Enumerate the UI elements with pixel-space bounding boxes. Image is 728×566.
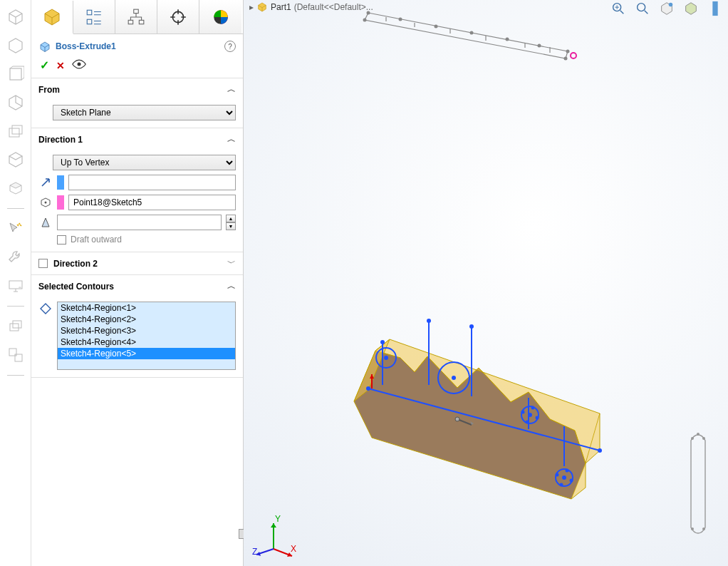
feature-header: Boss-Extrude1 ? bbox=[31, 34, 243, 56]
model-canvas bbox=[244, 0, 728, 566]
svg-point-29 bbox=[506, 38, 509, 41]
wrench-icon[interactable] bbox=[4, 246, 27, 269]
svg-point-27 bbox=[435, 25, 438, 29]
reverse-direction-icon[interactable] bbox=[38, 175, 53, 190]
left-command-bar bbox=[0, 0, 31, 566]
svg-point-36 bbox=[366, 386, 370, 391]
svg-point-30 bbox=[538, 44, 541, 48]
panel-tabs bbox=[31, 0, 243, 34]
target-icon bbox=[169, 8, 187, 26]
tab-appearance[interactable] bbox=[199, 0, 241, 34]
svg-point-52 bbox=[566, 469, 569, 473]
tab-tree[interactable] bbox=[73, 0, 115, 34]
contour-item[interactable]: Sketch4-Region<1> bbox=[58, 302, 235, 314]
selected-contours-header[interactable]: Selected Contours ︿ bbox=[31, 275, 243, 297]
property-panel: Boss-Extrude1 ? ✓ ✕ From ︿ Sketch Plane … bbox=[31, 0, 244, 566]
direction2-checkbox[interactable] bbox=[38, 259, 48, 268]
vertex-target-icon[interactable] bbox=[38, 195, 53, 210]
tab-feature[interactable] bbox=[31, 1, 73, 34]
svg-point-31 bbox=[571, 53, 576, 58]
preview-button[interactable] bbox=[72, 59, 86, 71]
tab-target[interactable] bbox=[157, 0, 199, 34]
chevron-down-icon: ﹀ bbox=[227, 257, 236, 269]
tab-hierarchy[interactable] bbox=[115, 0, 157, 34]
separator bbox=[7, 306, 24, 307]
svg-point-48 bbox=[531, 406, 535, 410]
svg-point-42 bbox=[452, 376, 456, 380]
windows-stack-icon[interactable] bbox=[4, 315, 27, 338]
svg-point-46 bbox=[536, 416, 539, 420]
draft-angle-field[interactable] bbox=[57, 215, 222, 230]
direction-swatch bbox=[57, 175, 64, 190]
svg-rect-10 bbox=[87, 19, 92, 24]
draft-outward-checkbox[interactable] bbox=[57, 235, 66, 245]
contour-diamond-icon[interactable] bbox=[38, 302, 53, 316]
cube-variant4-icon[interactable] bbox=[4, 120, 27, 143]
contour-list[interactable]: Sketch4-Region<1>Sketch4-Region<2>Sketch… bbox=[57, 302, 236, 370]
contour-item[interactable]: Sketch4-Region<5> bbox=[58, 348, 235, 359]
draft-spinner[interactable]: ▲▼ bbox=[226, 215, 236, 230]
svg-point-17 bbox=[45, 202, 47, 204]
cube-variant1-icon[interactable] bbox=[4, 34, 27, 57]
svg-point-24 bbox=[564, 57, 568, 61]
svg-rect-9 bbox=[87, 10, 92, 15]
cancel-button[interactable]: ✕ bbox=[56, 60, 65, 71]
direction2-label: Direction 2 bbox=[53, 259, 98, 269]
svg-point-55 bbox=[702, 437, 705, 440]
svg-point-23 bbox=[566, 50, 570, 53]
svg-point-45 bbox=[521, 411, 525, 414]
svg-rect-12 bbox=[128, 20, 133, 24]
svg-rect-11 bbox=[134, 9, 139, 13]
feature-name: Boss-Extrude1 bbox=[56, 41, 220, 51]
svg-text:Z: Z bbox=[252, 547, 257, 557]
from-section-header[interactable]: From ︿ bbox=[31, 78, 243, 101]
direction1-section: Direction 1 ︿ Up To Vertex bbox=[31, 128, 243, 252]
from-plane-select[interactable]: Sketch Plane bbox=[53, 105, 236, 120]
svg-point-38 bbox=[380, 340, 385, 344]
svg-point-53 bbox=[455, 417, 459, 421]
svg-rect-13 bbox=[139, 20, 144, 24]
contour-item[interactable]: Sketch4-Region<4> bbox=[58, 336, 235, 348]
color-sphere-icon bbox=[212, 8, 230, 26]
svg-point-54 bbox=[691, 437, 694, 440]
direction2-section: Direction 2 ﹀ bbox=[31, 252, 243, 275]
direction-vector-field[interactable] bbox=[68, 175, 236, 190]
action-row: ✓ ✕ bbox=[31, 56, 243, 78]
cursor-star-icon[interactable] bbox=[4, 217, 27, 240]
separator bbox=[7, 208, 24, 209]
cube-variant6-icon[interactable] bbox=[4, 177, 27, 200]
cube-default-icon[interactable] bbox=[4, 6, 27, 29]
svg-point-25 bbox=[363, 19, 367, 22]
contour-item[interactable]: Sketch4-Region<3> bbox=[58, 325, 235, 336]
cube-variant5-icon[interactable] bbox=[4, 148, 27, 171]
svg-point-40 bbox=[469, 324, 474, 329]
windows-overlap-icon[interactable] bbox=[4, 344, 27, 366]
graphics-viewport[interactable]: ▸ Part1 (Default<<Default>... bbox=[244, 0, 728, 566]
extrude-icon bbox=[38, 40, 51, 53]
svg-point-22 bbox=[367, 11, 370, 15]
svg-rect-2 bbox=[12, 125, 22, 134]
end-condition-select[interactable]: Up To Vertex bbox=[53, 155, 236, 170]
svg-point-37 bbox=[598, 448, 602, 453]
draft-outward-label: Draft outward bbox=[71, 235, 122, 245]
svg-point-56 bbox=[697, 433, 700, 436]
from-label: From bbox=[38, 85, 60, 95]
svg-point-47 bbox=[526, 421, 529, 424]
draft-icon[interactable] bbox=[38, 215, 53, 230]
from-section: From ︿ Sketch Plane bbox=[31, 78, 243, 128]
svg-point-39 bbox=[427, 319, 431, 323]
monitor-icon[interactable] bbox=[4, 274, 27, 297]
vertex-field[interactable] bbox=[68, 195, 236, 210]
view-triad[interactable]: Y X Z bbox=[251, 515, 296, 560]
direction1-section-header[interactable]: Direction 1 ︿ bbox=[31, 128, 243, 150]
contour-item[interactable]: Sketch4-Region<2> bbox=[58, 314, 235, 325]
feature-cube-icon bbox=[41, 6, 63, 29]
svg-point-49 bbox=[556, 473, 559, 477]
svg-point-41 bbox=[384, 356, 388, 360]
help-icon[interactable]: ? bbox=[224, 41, 236, 52]
svg-point-58 bbox=[702, 528, 705, 530]
direction2-section-header[interactable]: Direction 2 ﹀ bbox=[31, 252, 243, 274]
cube-variant2-icon[interactable] bbox=[4, 63, 27, 86]
ok-button[interactable]: ✓ bbox=[40, 58, 49, 72]
cube-variant3-icon[interactable] bbox=[4, 91, 27, 114]
